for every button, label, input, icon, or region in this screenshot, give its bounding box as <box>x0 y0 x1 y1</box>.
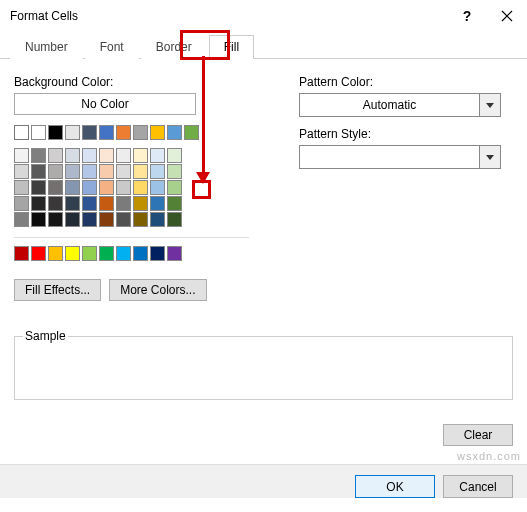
color-swatch[interactable] <box>82 196 97 211</box>
color-swatch[interactable] <box>82 246 97 261</box>
chevron-down-icon <box>479 146 500 168</box>
color-swatch[interactable] <box>99 212 114 227</box>
color-swatch[interactable] <box>48 164 63 179</box>
color-swatch[interactable] <box>48 125 63 140</box>
sample-label: Sample <box>23 329 68 343</box>
tab-bar: Number Font Border Fill <box>0 30 527 59</box>
color-swatch[interactable] <box>31 196 46 211</box>
color-swatch[interactable] <box>116 148 131 163</box>
color-swatch[interactable] <box>133 164 148 179</box>
color-swatch[interactable] <box>82 125 97 140</box>
window-title: Format Cells <box>10 9 447 23</box>
color-swatch[interactable] <box>150 164 165 179</box>
color-swatch[interactable] <box>82 148 97 163</box>
watermark: wsxdn.com <box>457 450 521 462</box>
color-swatch[interactable] <box>116 180 131 195</box>
color-swatch[interactable] <box>82 180 97 195</box>
color-swatch[interactable] <box>31 148 46 163</box>
color-swatch[interactable] <box>167 125 182 140</box>
color-swatch[interactable] <box>133 196 148 211</box>
color-swatch[interactable] <box>133 148 148 163</box>
color-swatch[interactable] <box>167 196 182 211</box>
chevron-down-icon <box>479 94 500 116</box>
color-swatch[interactable] <box>167 180 182 195</box>
clear-button[interactable]: Clear <box>443 424 513 446</box>
tab-border[interactable]: Border <box>141 35 207 59</box>
tab-font[interactable]: Font <box>85 35 139 59</box>
color-swatch[interactable] <box>65 125 80 140</box>
ok-button[interactable]: OK <box>355 475 435 498</box>
color-swatch[interactable] <box>167 164 182 179</box>
color-swatch[interactable] <box>31 180 46 195</box>
background-color-label: Background Color: <box>14 75 249 89</box>
close-button[interactable] <box>487 0 527 32</box>
color-swatch[interactable] <box>150 148 165 163</box>
pattern-color-label: Pattern Color: <box>299 75 513 89</box>
pattern-style-label: Pattern Style: <box>299 127 513 141</box>
color-swatch[interactable] <box>99 196 114 211</box>
color-swatch[interactable] <box>65 180 80 195</box>
color-swatch[interactable] <box>184 125 199 140</box>
theme-color-palette <box>14 121 249 238</box>
color-swatch[interactable] <box>65 164 80 179</box>
color-swatch[interactable] <box>99 125 114 140</box>
pattern-color-select[interactable]: Automatic <box>299 93 501 117</box>
color-swatch[interactable] <box>133 212 148 227</box>
color-swatch[interactable] <box>31 164 46 179</box>
cancel-button[interactable]: Cancel <box>443 475 513 498</box>
color-swatch[interactable] <box>99 164 114 179</box>
color-swatch[interactable] <box>116 196 131 211</box>
color-swatch[interactable] <box>48 196 63 211</box>
color-swatch[interactable] <box>65 246 80 261</box>
color-swatch[interactable] <box>65 196 80 211</box>
pattern-style-select[interactable] <box>299 145 501 169</box>
no-color-label: No Color <box>81 97 128 111</box>
color-swatch[interactable] <box>14 164 29 179</box>
color-swatch[interactable] <box>116 246 131 261</box>
fill-effects-button[interactable]: Fill Effects... <box>14 279 101 301</box>
color-swatch[interactable] <box>99 148 114 163</box>
color-swatch[interactable] <box>167 148 182 163</box>
color-swatch[interactable] <box>116 164 131 179</box>
color-swatch[interactable] <box>150 212 165 227</box>
color-swatch[interactable] <box>31 212 46 227</box>
color-swatch[interactable] <box>167 212 182 227</box>
color-swatch[interactable] <box>99 246 114 261</box>
color-swatch[interactable] <box>82 164 97 179</box>
no-color-button[interactable]: No Color <box>14 93 196 115</box>
help-button[interactable]: ? <box>447 0 487 32</box>
color-swatch[interactable] <box>31 125 46 140</box>
no-color-swatch[interactable] <box>14 125 29 140</box>
color-swatch[interactable] <box>14 148 29 163</box>
color-swatch[interactable] <box>48 180 63 195</box>
color-swatch[interactable] <box>150 246 165 261</box>
color-swatch[interactable] <box>48 212 63 227</box>
color-swatch[interactable] <box>31 246 46 261</box>
pattern-style-value <box>300 146 479 168</box>
color-swatch[interactable] <box>48 246 63 261</box>
color-swatch[interactable] <box>150 196 165 211</box>
color-swatch[interactable] <box>133 246 148 261</box>
color-swatch[interactable] <box>116 212 131 227</box>
color-swatch[interactable] <box>14 212 29 227</box>
more-colors-button[interactable]: More Colors... <box>109 279 206 301</box>
color-swatch[interactable] <box>116 125 131 140</box>
color-swatch[interactable] <box>150 125 165 140</box>
tab-number[interactable]: Number <box>10 35 83 59</box>
close-icon <box>501 10 513 22</box>
color-swatch[interactable] <box>14 246 29 261</box>
tab-fill[interactable]: Fill <box>209 35 254 59</box>
pattern-color-value: Automatic <box>300 94 479 116</box>
standard-color-palette <box>14 242 249 265</box>
color-swatch[interactable] <box>99 180 114 195</box>
color-swatch[interactable] <box>150 180 165 195</box>
color-swatch[interactable] <box>133 125 148 140</box>
color-swatch[interactable] <box>14 196 29 211</box>
color-swatch[interactable] <box>65 148 80 163</box>
color-swatch[interactable] <box>82 212 97 227</box>
color-swatch[interactable] <box>48 148 63 163</box>
color-swatch[interactable] <box>14 180 29 195</box>
color-swatch[interactable] <box>167 246 182 261</box>
color-swatch[interactable] <box>133 180 148 195</box>
color-swatch[interactable] <box>65 212 80 227</box>
